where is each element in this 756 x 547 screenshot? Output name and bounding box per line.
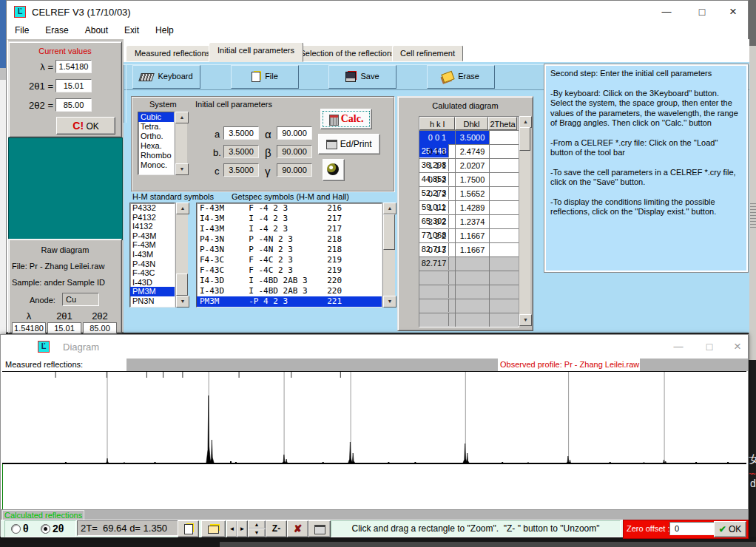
scroll-thumb[interactable]: [176, 274, 188, 296]
close-button[interactable]: ×: [723, 337, 752, 356]
scroll-thumb[interactable]: [383, 214, 395, 250]
table-scrollbar[interactable]: ▲ ▼: [519, 116, 530, 326]
system-item-tetra[interactable]: Tetra.: [138, 122, 174, 132]
system-listbox[interactable]: CubicTetra.Ortho.Hexa.RhomboMonoc.: [138, 112, 175, 175]
hkl-table-row[interactable]: 0 1 12.474936.298: [419, 145, 519, 159]
scroll-up-arrow[interactable]: ▲: [175, 112, 189, 123]
hm-item[interactable]: PM3M: [130, 287, 175, 296]
zero-offset-ok-button[interactable]: ✔ OK: [714, 521, 746, 537]
hm-item[interactable]: P4132: [130, 213, 175, 222]
hm-item[interactable]: F-43C: [130, 268, 175, 278]
getspec-row[interactable]: F-43C F -4C 2 3 219: [197, 265, 382, 276]
hkl-column-header[interactable]: Dhkl: [455, 117, 488, 130]
hm-item[interactable]: P-43M: [130, 231, 175, 241]
toolbar-keyboard-button[interactable]: Keyboard: [132, 65, 200, 89]
getspec-row[interactable]: I-43M I -4 2 3 217: [197, 224, 382, 234]
open-peaks-button[interactable]: [201, 520, 226, 537]
tab-selection-of-the-reflections[interactable]: Selection of the reflections: [293, 45, 402, 61]
getspec-row[interactable]: I4-3M I -4 2 3 217: [197, 214, 382, 224]
getspec-row[interactable]: P-43N P -4N 2 3 218: [197, 245, 382, 255]
getspec-row[interactable]: I4-3D I -4BD 2AB 3 220: [197, 276, 382, 286]
spin-down-button[interactable]: ▼: [248, 529, 266, 537]
minimize-button[interactable]: —: [652, 2, 681, 21]
system-item-monoc[interactable]: Monoc.: [138, 160, 174, 170]
getspec-row[interactable]: I-43D I -4BD 2AB 3 220: [197, 286, 382, 296]
pan-left-button[interactable]: ◄: [226, 520, 237, 537]
system-scrollbar[interactable]: ▲ ▼: [175, 112, 187, 175]
scroll-down-arrow[interactable]: ▼: [175, 163, 189, 175]
system-item-cubic[interactable]: Cubic: [138, 112, 174, 122]
theta-radio[interactable]: [11, 524, 21, 534]
display-exist-button[interactable]: [323, 159, 345, 181]
two-theta-radio[interactable]: [41, 524, 50, 534]
scroll-up-arrow[interactable]: ▲: [176, 203, 189, 214]
tab-cell-refinement[interactable]: Cell refinement: [392, 45, 463, 61]
diffraction-plot[interactable]: [2, 371, 746, 464]
scroll-down-arrow[interactable]: ▼: [383, 296, 396, 308]
hm-item[interactable]: PN3N: [130, 296, 175, 306]
system-item-hexa[interactable]: Hexa.: [138, 141, 174, 151]
close-button[interactable]: ×: [718, 2, 748, 21]
scroll-down-arrow[interactable]: ▼: [176, 296, 189, 308]
getspec-row[interactable]: F4-3C F -4C 2 3 219: [197, 255, 382, 265]
hm-item[interactable]: I-43D: [130, 278, 175, 288]
menu-item-about[interactable]: About: [77, 23, 116, 38]
hkl-column-header[interactable]: h k l: [419, 117, 455, 130]
toolbar-erase-button[interactable]: Erase: [427, 65, 495, 89]
menu-item-file[interactable]: File: [7, 23, 37, 38]
alpha-field[interactable]: 90.000: [277, 126, 312, 140]
menu-item-exit[interactable]: Exit: [116, 23, 147, 38]
getspec-row[interactable]: PM3M -P 4 2 3 221: [197, 296, 382, 307]
system-item-rhombo[interactable]: Rhombo: [138, 151, 174, 160]
toolbar-file-button[interactable]: File: [231, 65, 299, 89]
hkl-table-row[interactable]: 0 1 21.565259.011: [419, 187, 519, 201]
scroll-down-arrow[interactable]: ▼: [519, 314, 532, 326]
main-titlebar[interactable]: Ľ CELREF V3 (17/10/03) — □ ×: [7, 1, 748, 23]
tab-measured-reflections[interactable]: Measured reflections: [126, 45, 219, 61]
hm-symbols-listbox[interactable]: P4332P4132I4132P-43MF-43MI-43MP-43NF-43C…: [129, 203, 175, 308]
current-values-ok-button[interactable]: C! OK: [56, 117, 115, 135]
hkl-column-header[interactable]: 2Theta: [488, 117, 517, 130]
save-peaks-button[interactable]: [178, 520, 199, 537]
scroll-up-arrow[interactable]: ▲: [383, 203, 396, 214]
hkl-table-row[interactable]: 1 1 21.428965.302: [419, 201, 519, 215]
hm-scrollbar[interactable]: ▲ ▼: [175, 203, 188, 308]
getspec-row[interactable]: P4-3N P -4N 2 3 218: [197, 234, 382, 245]
maximize-button[interactable]: □: [687, 2, 717, 21]
hkl-table-row[interactable]: 1 1 12.020744.853: [419, 159, 519, 173]
zero-offset-field[interactable]: 0: [669, 522, 715, 535]
menu-item-erase[interactable]: Erase: [37, 23, 76, 38]
pan-right-button[interactable]: ►: [237, 520, 248, 537]
hkl-table-row[interactable]: 0 0 31.166782.717: [419, 243, 519, 257]
maximize-button[interactable]: □: [695, 337, 724, 356]
two-theta-2-field[interactable]: 85.00: [55, 98, 92, 112]
calc-button[interactable]: Calc.: [320, 109, 372, 129]
getspec-listbox[interactable]: F-43M F -4 2 3 216I4-3M I -4 2 3 217I-43…: [196, 203, 382, 308]
two-theta-1-field[interactable]: 15.01: [55, 79, 92, 92]
hm-item[interactable]: F-43M: [130, 240, 175, 250]
hm-item[interactable]: I-43M: [130, 250, 175, 259]
lambda-field[interactable]: 1.54180: [55, 60, 92, 73]
hkl-table-row[interactable]: 1 2 21.166782.717: [419, 229, 519, 243]
anode-field[interactable]: Cu: [62, 293, 99, 306]
hkl-table-row[interactable]: 0 0 13.500025.448: [419, 131, 519, 145]
getspec-scrollbar[interactable]: ▲ ▼: [382, 203, 395, 308]
edprint-button[interactable]: Ed/Print: [318, 134, 380, 154]
system-item-ortho[interactable]: Ortho.: [138, 132, 174, 141]
minimize-button[interactable]: —: [664, 337, 693, 356]
diagram-titlebar[interactable]: Ľ Diagram — □ ×: [1, 335, 748, 359]
scroll-up-arrow[interactable]: ▲: [519, 116, 532, 128]
tab-initial-cell-parameters[interactable]: Initial cell parameters: [209, 42, 303, 62]
hm-item[interactable]: P-43N: [130, 259, 175, 269]
hkl-table-row[interactable]: 2 0 21.237477.068: [419, 215, 519, 229]
toolbar-save-button[interactable]: Save: [328, 65, 396, 89]
print-diagram-button[interactable]: [308, 520, 331, 537]
scroll-thumb[interactable]: [519, 127, 530, 151]
hm-item[interactable]: I4132: [130, 222, 175, 231]
hm-item[interactable]: P4332: [130, 203, 175, 213]
unzoom-button[interactable]: Z-: [266, 520, 287, 537]
delete-button[interactable]: ✘: [287, 520, 308, 537]
a-field[interactable]: 3.5000: [223, 126, 259, 140]
menu-item-help[interactable]: Help: [147, 23, 182, 38]
hkl-table-row[interactable]: 0 0 21.750052.273: [419, 173, 519, 187]
